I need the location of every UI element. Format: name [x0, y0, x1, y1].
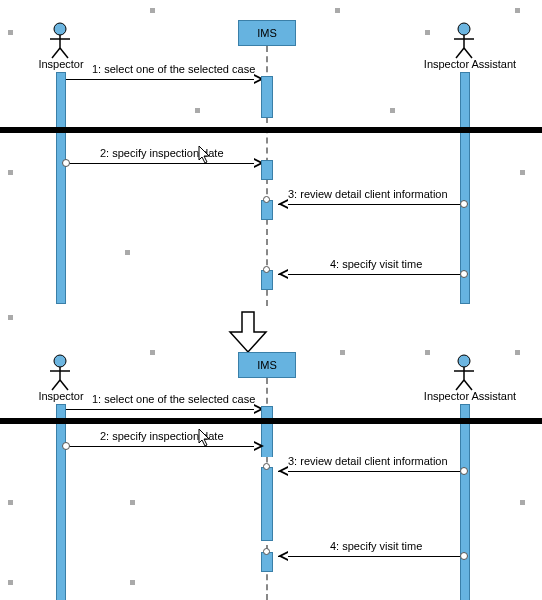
message-4-arrow-icon: [278, 269, 288, 279]
actor-assistant-icon: [452, 22, 482, 62]
lifeline-inspector[interactable]: [56, 72, 66, 304]
message-3-label-b: 3: review detail client information: [288, 455, 448, 467]
grid-dot: [130, 580, 135, 585]
grid-dot: [8, 580, 13, 585]
svg-line-18: [456, 380, 464, 390]
activation-ims-2: [261, 160, 273, 180]
grid-dot: [8, 500, 13, 505]
svg-line-14: [60, 380, 68, 390]
lifeline-assistant-b[interactable]: [460, 404, 470, 600]
grid-dot: [125, 250, 130, 255]
svg-line-8: [456, 48, 464, 58]
activation-start-icon-b: [263, 463, 270, 470]
activation-ims-4: [261, 270, 273, 290]
activation-ims-4b: [261, 552, 273, 572]
message-4-line-b[interactable]: [278, 556, 460, 557]
message-4-label: 4: specify visit time: [330, 258, 422, 270]
svg-line-3: [52, 48, 60, 58]
message-4-arrow-icon-b: [278, 551, 288, 561]
grid-dot: [520, 170, 525, 175]
combined-fragment-bar-top: [0, 127, 542, 133]
mouse-cursor-icon-b: [198, 428, 214, 448]
actor-inspector-label: Inspector: [36, 58, 86, 70]
actor-inspector-icon-b: [48, 354, 78, 394]
message-3-origin-icon-b: [460, 467, 468, 475]
activation-ims-3: [261, 200, 273, 220]
svg-point-5: [458, 23, 470, 35]
actor-inspector-label-b: Inspector: [36, 390, 86, 402]
activation-ims-1: [261, 76, 273, 118]
transform-down-arrow-icon: [228, 310, 268, 354]
activation-start-icon: [263, 266, 270, 273]
system-ims[interactable]: IMS: [238, 20, 296, 46]
combined-fragment-bar-bottom: [0, 418, 542, 424]
svg-line-19: [464, 380, 472, 390]
message-3-label: 3: review detail client information: [288, 188, 448, 200]
grid-dot: [8, 30, 13, 35]
activation-ims-3b: [261, 467, 273, 541]
system-ims-b[interactable]: IMS: [238, 352, 296, 378]
grid-dot: [520, 500, 525, 505]
actor-assistant-label: Inspector Assistant: [420, 58, 520, 70]
activation-start-icon-b2: [263, 548, 270, 555]
grid-dot: [425, 350, 430, 355]
grid-dot: [515, 350, 520, 355]
message-3-arrow-icon-b: [278, 466, 288, 476]
message-4-origin-icon: [460, 270, 468, 278]
message-2-origin-icon: [62, 159, 70, 167]
svg-point-15: [458, 355, 470, 367]
message-2-line-b[interactable]: [66, 446, 256, 447]
grid-dot: [335, 8, 340, 13]
grid-dot: [340, 350, 345, 355]
grid-dot: [515, 8, 520, 13]
message-4-line[interactable]: [278, 274, 460, 275]
activation-start-icon: [263, 196, 270, 203]
message-4-origin-icon-b: [460, 552, 468, 560]
message-3-line-b[interactable]: [278, 471, 460, 472]
grid-dot: [150, 350, 155, 355]
message-1-label-b: 1: select one of the selected case: [92, 393, 255, 405]
grid-dot: [150, 8, 155, 13]
actor-assistant-icon-b: [452, 354, 482, 394]
message-2-origin-icon-b: [62, 442, 70, 450]
message-4-label-b: 4: specify visit time: [330, 540, 422, 552]
lifeline-inspector-b[interactable]: [56, 404, 66, 600]
grid-dot: [8, 315, 13, 320]
message-1-line-b[interactable]: [66, 409, 256, 410]
actor-assistant-label-b: Inspector Assistant: [420, 390, 520, 402]
svg-line-13: [52, 380, 60, 390]
svg-line-4: [60, 48, 68, 58]
svg-point-10: [54, 355, 66, 367]
message-2-arrow-icon-b: [254, 441, 264, 451]
grid-dot: [390, 108, 395, 113]
mouse-cursor-icon: [198, 145, 214, 165]
svg-point-0: [54, 23, 66, 35]
grid-dot: [8, 170, 13, 175]
message-2-line[interactable]: [66, 163, 256, 164]
message-3-arrow-icon: [278, 199, 288, 209]
message-3-line[interactable]: [278, 204, 460, 205]
svg-line-9: [464, 48, 472, 58]
message-1-label: 1: select one of the selected case: [92, 63, 255, 75]
message-1-line[interactable]: [66, 79, 256, 80]
diagram-canvas: Inspector IMS Inspector Assistant 1: sel…: [0, 0, 542, 600]
message-3-origin-icon: [460, 200, 468, 208]
grid-dot: [130, 500, 135, 505]
grid-dot: [195, 108, 200, 113]
grid-dot: [425, 30, 430, 35]
actor-inspector-icon: [48, 22, 78, 62]
